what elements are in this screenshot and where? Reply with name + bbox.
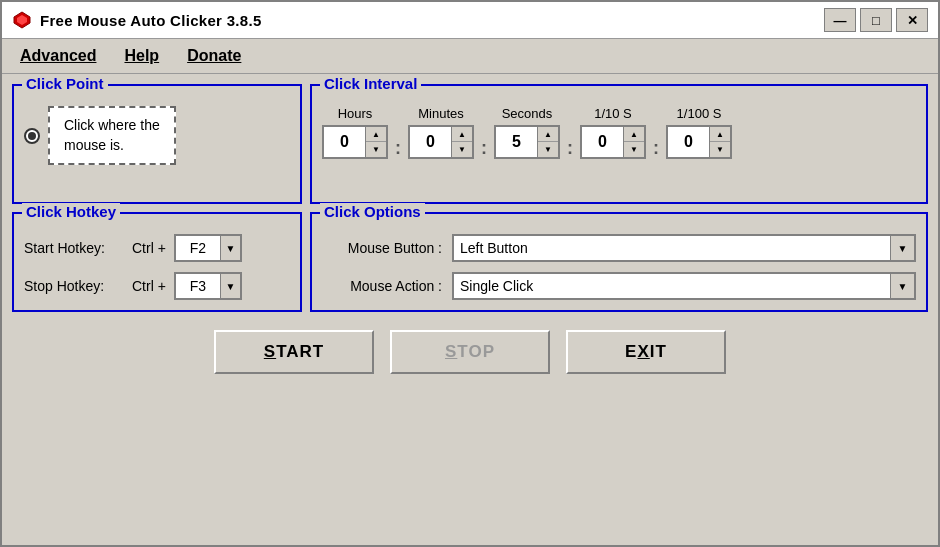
interval-minutes-btns: ▲ ▼	[452, 127, 472, 157]
window-title: Free Mouse Auto Clicker 3.8.5	[40, 12, 262, 29]
interval-tenth-spinner[interactable]: 0 ▲ ▼	[580, 125, 646, 159]
interval-minutes-label: Minutes	[418, 106, 464, 121]
interval-tenth-label: 1/10 S	[594, 106, 632, 121]
mouse-action-dropdown[interactable]: Single Click ▼	[452, 272, 916, 300]
click-interval-panel: Click Interval Hours 0 ▲ ▼ :	[310, 84, 928, 204]
interval-minutes-up[interactable]: ▲	[452, 127, 472, 142]
interval-hours-col: Hours 0 ▲ ▼	[322, 106, 388, 159]
interval-hundredth-btns: ▲ ▼	[710, 127, 730, 157]
interval-hundredth-down[interactable]: ▼	[710, 142, 730, 157]
interval-hundredth-up[interactable]: ▲	[710, 127, 730, 142]
interval-hours-spinner[interactable]: 0 ▲ ▼	[322, 125, 388, 159]
start-hotkey-arrow: ▼	[220, 236, 240, 260]
close-button[interactable]: ✕	[896, 8, 928, 32]
mouse-button-label: Mouse Button :	[322, 240, 442, 256]
start-ctrl-label: Ctrl +	[132, 240, 166, 256]
click-point-panel: Click Point Click where themouse is.	[12, 84, 302, 204]
mouse-action-row: Mouse Action : Single Click ▼	[322, 272, 916, 300]
interval-seconds-up[interactable]: ▲	[538, 127, 558, 142]
stop-hotkey-dropdown[interactable]: F3 ▼	[174, 272, 242, 300]
interval-tenth-btns: ▲ ▼	[624, 127, 644, 157]
title-bar: Free Mouse Auto Clicker 3.8.5 — □ ✕	[2, 2, 938, 39]
start-button[interactable]: START	[214, 330, 374, 374]
interval-tenth-col: 1/10 S 0 ▲ ▼	[580, 106, 646, 159]
click-interval-title: Click Interval	[320, 75, 421, 92]
interval-minutes-col: Minutes 0 ▲ ▼	[408, 106, 474, 159]
exit-button[interactable]: EXIT	[566, 330, 726, 374]
menu-donate[interactable]: Donate	[175, 43, 253, 69]
interval-tenth-down[interactable]: ▼	[624, 142, 644, 157]
stop-hotkey-arrow: ▼	[220, 274, 240, 298]
interval-seconds-value: 5	[496, 127, 538, 157]
main-window: Free Mouse Auto Clicker 3.8.5 — □ ✕ Adva…	[0, 0, 940, 547]
radio-dot	[28, 132, 36, 140]
click-where-text: Click where themouse is.	[64, 117, 160, 153]
click-hotkey-title: Click Hotkey	[22, 203, 120, 220]
mouse-button-arrow: ▼	[890, 236, 914, 260]
start-hotkey-label: Start Hotkey:	[24, 240, 124, 256]
stop-hotkey-value: F3	[176, 278, 220, 294]
interval-hours-up[interactable]: ▲	[366, 127, 386, 142]
interval-seconds-col: Seconds 5 ▲ ▼	[494, 106, 560, 159]
stop-ctrl-label: Ctrl +	[132, 278, 166, 294]
mouse-action-arrow: ▼	[890, 274, 914, 298]
bottom-panels: Click Hotkey Start Hotkey: Ctrl + F2 ▼ S…	[12, 212, 928, 312]
mouse-action-label: Mouse Action :	[322, 278, 442, 294]
stop-hotkey-row: Stop Hotkey: Ctrl + F3 ▼	[24, 272, 290, 300]
menu-advanced[interactable]: Advanced	[8, 43, 108, 69]
mouse-button-value: Left Button	[454, 240, 890, 256]
title-left: Free Mouse Auto Clicker 3.8.5	[12, 10, 262, 30]
main-content: Click Point Click where themouse is. Cli…	[2, 74, 938, 545]
interval-hours-value: 0	[324, 127, 366, 157]
mouse-button-dropdown[interactable]: Left Button ▼	[452, 234, 916, 262]
title-controls: — □ ✕	[824, 8, 928, 32]
interval-seconds-down[interactable]: ▼	[538, 142, 558, 157]
interval-seconds-label: Seconds	[502, 106, 553, 121]
stop-hotkey-label: Stop Hotkey:	[24, 278, 124, 294]
stop-button[interactable]: STOP	[390, 330, 550, 374]
click-point-inner: Click where themouse is.	[24, 106, 290, 165]
interval-tenth-value: 0	[582, 127, 624, 157]
interval-seconds-spinner[interactable]: 5 ▲ ▼	[494, 125, 560, 159]
click-where-box: Click where themouse is.	[48, 106, 176, 165]
click-point-title: Click Point	[22, 75, 108, 92]
sep2: :	[481, 138, 487, 159]
interval-minutes-value: 0	[410, 127, 452, 157]
click-point-radio[interactable]	[24, 128, 40, 144]
interval-seconds-btns: ▲ ▼	[538, 127, 558, 157]
menu-help[interactable]: Help	[112, 43, 171, 69]
minimize-button[interactable]: —	[824, 8, 856, 32]
top-panels: Click Point Click where themouse is. Cli…	[12, 84, 928, 204]
sep4: :	[653, 138, 659, 159]
interval-minutes-down[interactable]: ▼	[452, 142, 472, 157]
mouse-action-value: Single Click	[454, 278, 890, 294]
start-button-label: START	[264, 342, 324, 362]
interval-minutes-spinner[interactable]: 0 ▲ ▼	[408, 125, 474, 159]
click-options-title: Click Options	[320, 203, 425, 220]
menu-bar: Advanced Help Donate	[2, 39, 938, 74]
start-hotkey-row: Start Hotkey: Ctrl + F2 ▼	[24, 234, 290, 262]
interval-hundredth-label: 1/100 S	[677, 106, 722, 121]
sep1: :	[395, 138, 401, 159]
mouse-button-row: Mouse Button : Left Button ▼	[322, 234, 916, 262]
interval-hours-label: Hours	[338, 106, 373, 121]
click-options-panel: Click Options Mouse Button : Left Button…	[310, 212, 928, 312]
interval-hundredth-value: 0	[668, 127, 710, 157]
bottom-buttons: START STOP EXIT	[12, 320, 928, 384]
maximize-button[interactable]: □	[860, 8, 892, 32]
click-hotkey-panel: Click Hotkey Start Hotkey: Ctrl + F2 ▼ S…	[12, 212, 302, 312]
interval-hours-btns: ▲ ▼	[366, 127, 386, 157]
sep3: :	[567, 138, 573, 159]
interval-hundredth-spinner[interactable]: 0 ▲ ▼	[666, 125, 732, 159]
app-icon	[12, 10, 32, 30]
interval-hundredth-col: 1/100 S 0 ▲ ▼	[666, 106, 732, 159]
interval-tenth-up[interactable]: ▲	[624, 127, 644, 142]
start-hotkey-dropdown[interactable]: F2 ▼	[174, 234, 242, 262]
interval-hours-down[interactable]: ▼	[366, 142, 386, 157]
stop-button-label: STOP	[445, 342, 495, 362]
exit-button-label: EXIT	[625, 342, 667, 362]
start-hotkey-value: F2	[176, 240, 220, 256]
